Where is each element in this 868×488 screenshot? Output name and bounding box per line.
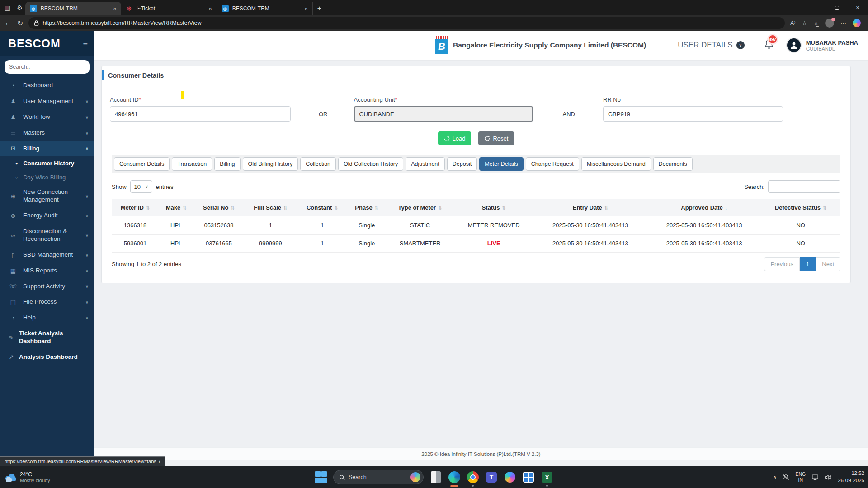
col-constant[interactable]: Constant⇅	[297, 199, 347, 216]
sidebar: BESCOM ≡ ◔ Dashboard ♟ User Management ∨…	[0, 31, 94, 466]
sidebar-item-analysis-dashboard[interactable]: ↗ Analysis Dashboard	[0, 349, 94, 365]
app-window-icon[interactable]	[429, 471, 442, 483]
weather-widget[interactable]: 24°C Mostly cloudy	[5, 471, 50, 483]
tab-old-billing-history[interactable]: Old Billing History	[243, 157, 298, 171]
read-aloud-icon[interactable]: A⁾	[790, 20, 796, 27]
col-make[interactable]: Make⇅	[159, 199, 193, 216]
sidebar-item-user-management[interactable]: ♟ User Management ∨	[0, 94, 94, 109]
current-page-button[interactable]: 1	[800, 257, 816, 271]
browser-tab-3[interactable]: ◍ BESCOM-TRM ×	[217, 2, 313, 15]
sidebar-item-workflow[interactable]: ♟ WorkFlow ∨	[0, 109, 94, 125]
previous-page-button[interactable]: Previous	[764, 257, 800, 271]
start-button[interactable]	[315, 471, 327, 483]
rr-no-field[interactable]	[603, 106, 783, 122]
more-menu-icon[interactable]: ···	[840, 20, 846, 27]
sidebar-item-billing[interactable]: ⊡ Billing ∧	[0, 141, 94, 157]
sidebar-item-energy-audit[interactable]: ⊛ Energy Audit ∨	[0, 208, 94, 224]
search-icon	[339, 474, 345, 480]
browser-settings-gear-icon[interactable]: ⚙	[17, 4, 23, 11]
tab-deposit[interactable]: Deposit	[447, 157, 477, 171]
volume-icon[interactable]	[825, 474, 832, 480]
table-search-input[interactable]	[768, 180, 840, 193]
edge-taskbar-icon[interactable]	[448, 471, 461, 483]
sidebar-toggle-hamburger-icon[interactable]: ≡	[83, 39, 88, 48]
tab-consumer-details[interactable]: Consumer Details	[114, 157, 170, 171]
col-type-of-meter[interactable]: Type of Meter⇅	[386, 199, 454, 216]
window-minimize-button[interactable]	[806, 0, 826, 15]
browser-profile-avatar[interactable]	[825, 19, 834, 28]
account-id-field[interactable]	[110, 106, 291, 122]
address-bar[interactable]: https://bescom.trm.ieasybill.com/RRMaste…	[28, 17, 784, 29]
col-meter-id[interactable]: Meter ID⇅	[112, 199, 159, 216]
language-indicator[interactable]: ENGIN	[795, 471, 806, 483]
sidebar-item-day-wise-billing[interactable]: ○ Day Wise Billing	[0, 170, 94, 184]
tab-meter-details[interactable]: Meter Details	[479, 157, 524, 171]
accounting-unit-field[interactable]	[354, 106, 533, 122]
next-page-button[interactable]: Next	[816, 257, 840, 271]
col-phase[interactable]: Phase⇅	[347, 199, 386, 216]
window-maximize-button[interactable]	[826, 0, 847, 15]
tray-chevron-up-icon[interactable]: ∧	[773, 474, 777, 480]
copilot-taskbar-icon[interactable]	[504, 471, 516, 483]
sidebar-item-consumer-history[interactable]: ● Consumer History	[0, 156, 94, 170]
chevron-down-icon: ∨	[85, 253, 89, 258]
tab-close-icon[interactable]: ×	[304, 5, 308, 12]
collections-icon[interactable]: ☆̲	[813, 20, 819, 27]
notifications-off-icon[interactable]	[783, 474, 789, 481]
sidebar-item-ticket-analysis-dashboard[interactable]: ✎ Ticket Analysis Dashboard	[0, 326, 94, 349]
col-defective-status[interactable]: Defective Status⇅	[761, 199, 840, 216]
sidebar-item-masters[interactable]: ☰ Masters ∨	[0, 125, 94, 141]
col-approved-date[interactable]: Approved Date↓	[647, 199, 761, 216]
new-tab-button[interactable]: +	[313, 5, 328, 15]
browser-tab-2[interactable]: ❋ i~Ticket ×	[121, 2, 217, 15]
excel-taskbar-icon[interactable]: X	[541, 471, 553, 483]
tab-close-icon[interactable]: ×	[208, 5, 212, 12]
sidebar-item-sbd-management[interactable]: ▯ SBD Management ∨	[0, 247, 94, 263]
back-icon[interactable]: ←	[5, 19, 12, 27]
tab-old-collection-history[interactable]: Old Collection History	[338, 157, 403, 171]
col-full-scale[interactable]: Full Scale⇅	[244, 199, 297, 216]
tab-change-request[interactable]: Change Request	[526, 157, 579, 171]
sidebar-item-help[interactable]: ◔ Help ∨	[0, 310, 94, 326]
col-status[interactable]: Status⇅	[454, 199, 533, 216]
sidebar-search-input[interactable]	[9, 64, 82, 70]
teams-taskbar-icon[interactable]: T	[485, 471, 498, 483]
sidebar-item-file-process[interactable]: ▤ File Process ∨	[0, 294, 94, 310]
tab-transaction[interactable]: Transaction	[172, 157, 212, 171]
chevron-down-icon: ∨	[85, 284, 89, 289]
pagination: Previous 1 Next	[764, 257, 840, 271]
avatar[interactable]	[786, 38, 802, 53]
tab-documents[interactable]: Documents	[653, 157, 693, 171]
chrome-taskbar-icon[interactable]	[467, 471, 479, 483]
chevron-down-icon: ∨	[85, 315, 89, 320]
window-close-button[interactable]: ×	[847, 0, 868, 15]
sidebar-item-support-activity[interactable]: ☏ Support Activity ∨	[0, 279, 94, 295]
live-status-link[interactable]: LIVE	[487, 240, 500, 247]
sidebar-item-new-connection-management[interactable]: ⊕ New Connection Management ∨	[0, 184, 94, 208]
sidebar-item-dashboard[interactable]: ◔ Dashboard	[0, 78, 94, 94]
refresh-icon[interactable]: ↻	[17, 19, 23, 28]
tab-collection[interactable]: Collection	[300, 157, 336, 171]
load-button[interactable]: Load	[438, 131, 472, 145]
tab-actions-icon[interactable]: ▥	[5, 4, 10, 11]
tab-billing[interactable]: Billing	[214, 157, 240, 171]
sidebar-search[interactable]	[5, 60, 90, 74]
col-serial-no[interactable]: Serial No⇅	[193, 199, 244, 216]
reset-button[interactable]: Reset	[478, 131, 514, 145]
clock[interactable]: 12:5226-09-2025	[838, 470, 864, 484]
notifications-bell[interactable]: 897	[764, 38, 774, 52]
tab-miscellaneous-demand[interactable]: Miscellaneous Demand	[581, 157, 651, 171]
favorite-star-icon[interactable]: ☆	[802, 20, 807, 27]
tab-close-icon[interactable]: ×	[113, 5, 117, 12]
user-details-dropdown[interactable]: USER DETAILS ∨	[678, 41, 745, 50]
network-icon[interactable]	[811, 474, 819, 480]
page-size-select[interactable]: 10 ∨	[130, 180, 152, 193]
sidebar-item-mis-reports[interactable]: ▦ MIS Reports ∨	[0, 263, 94, 279]
col-entry-date[interactable]: Entry Date⇅	[533, 199, 647, 216]
taskbar-search[interactable]: Search	[333, 470, 424, 484]
copilot-icon[interactable]	[853, 19, 861, 27]
app-grid-icon[interactable]	[522, 471, 535, 483]
tab-adjustment[interactable]: Adjustment	[406, 157, 445, 171]
sidebar-item-disconnection-reconnection[interactable]: ∞ Disconnection & Reconnection ∨	[0, 224, 94, 247]
browser-tab-1[interactable]: ◍ BESCOM-TRM ×	[25, 2, 121, 15]
